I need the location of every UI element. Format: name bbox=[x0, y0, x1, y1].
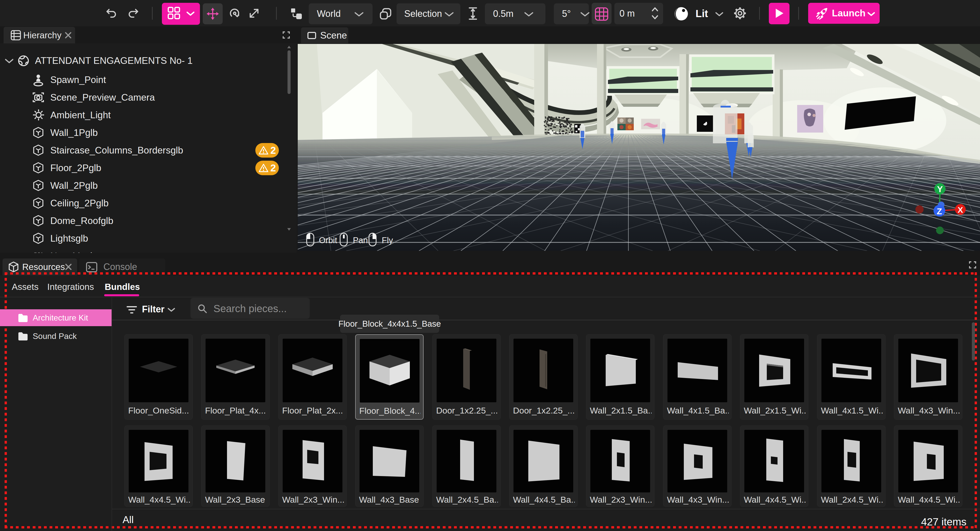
svg-text:Z: Z bbox=[937, 206, 942, 216]
svg-text:Y: Y bbox=[937, 184, 943, 194]
svg-text:X: X bbox=[958, 205, 963, 215]
